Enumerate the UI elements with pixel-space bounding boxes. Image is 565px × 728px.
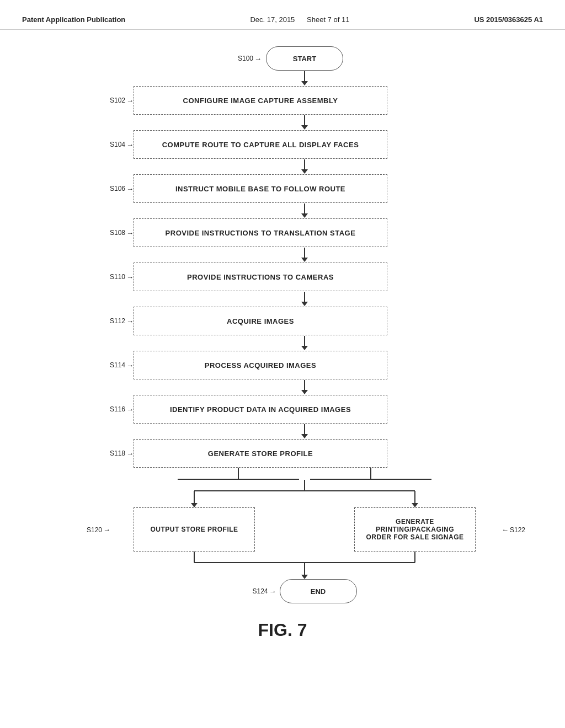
start-label: S100 <box>238 55 253 62</box>
step-row-s112: S112 → ACQUIRE IMAGES <box>89 307 476 335</box>
arrow-s114 <box>178 379 431 395</box>
box-s110: PROVIDE INSTRUCTIONS TO CAMERAS <box>134 263 387 291</box>
step-row-s108: S108 → PROVIDE INSTRUCTIONS TO TRANSLATI… <box>89 218 476 247</box>
step-row-s102: S102 → CONFIGURE IMAGE CAPTURE ASSEMBLY <box>89 86 476 115</box>
step-row-s114: S114 → PROCESS ACQUIRED IMAGES <box>89 351 476 379</box>
label-s120: S120 → <box>87 526 110 534</box>
box-s104: COMPUTE ROUTE TO CAPTURE ALL DISPLAY FAC… <box>134 130 387 159</box>
box-s120: OUTPUT STORE PROFILE <box>134 507 255 552</box>
arrow-s112 <box>178 335 431 351</box>
diagram-area: S100 → START S102 → CONFIGURE IMAGE CAPT… <box>0 30 565 651</box>
svg-marker-3 <box>191 503 198 507</box>
box-s118: GENERATE STORE PROFILE <box>134 439 387 468</box>
box-s102: CONFIGURE IMAGE CAPTURE ASSEMBLY <box>134 86 387 115</box>
split-right-container: S122 ← GENERATE PRINTING/PACKAGING ORDER… <box>354 507 476 552</box>
step-row-s110: S110 → PROVIDE INSTRUCTIONS TO CAMERAS <box>89 263 476 291</box>
box-s108: PROVIDE INSTRUCTIONS TO TRANSLATION STAG… <box>134 218 387 247</box>
end-node: END <box>280 579 357 603</box>
end-row: S124 → END <box>134 579 476 603</box>
label-s104: S104 <box>110 141 125 148</box>
label-s112: S112 <box>110 317 125 325</box>
split-section: S120 → OUTPUT STORE PROFILE S122 ← GENER… <box>134 480 476 603</box>
svg-marker-10 <box>301 575 308 579</box>
page-header: Patent Application Publication Dec. 17, … <box>0 0 565 30</box>
start-node: START <box>266 46 343 71</box>
step-row-s106: S106 → INSTRUCT MOBILE BASE TO FOLLOW RO… <box>89 174 476 203</box>
split-boxes-row: S120 → OUTPUT STORE PROFILE S122 ← GENER… <box>134 507 476 552</box>
label-s106: S106 <box>110 185 125 192</box>
arrow-s106 <box>178 203 431 218</box>
box-s122: GENERATE PRINTING/PACKAGING ORDER FOR SA… <box>354 507 476 552</box>
header-sheet: Sheet 7 of 11 <box>307 15 349 24</box>
step-row-s116: S116 → IDENTIFY PRODUCT DATA IN ACQUIRED… <box>89 395 476 424</box>
label-s102: S102 <box>110 97 125 104</box>
arrow-0 <box>178 71 431 86</box>
merge-svg <box>134 552 476 579</box>
header-publication: Patent Application Publication <box>22 15 125 24</box>
box-s114: PROCESS ACQUIRED IMAGES <box>134 351 387 379</box>
figure-label: FIG. 7 <box>258 620 307 640</box>
box-s106: INSTRUCT MOBILE BASE TO FOLLOW ROUTE <box>134 174 387 203</box>
branch-svg <box>134 480 476 507</box>
label-s114: S114 <box>110 361 125 369</box>
split-left-container: S120 → OUTPUT STORE PROFILE <box>134 507 255 552</box>
step-row-s118: S118 → GENERATE STORE PROFILE <box>89 439 476 468</box>
header-patent-number: US 2015/0363625 A1 <box>474 15 543 24</box>
box-s112: ACQUIRE IMAGES <box>134 307 387 335</box>
svg-marker-5 <box>412 503 418 507</box>
label-s116: S116 <box>110 405 125 413</box>
label-s124: S124 → <box>252 587 276 596</box>
label-s118: S118 <box>110 449 125 457</box>
arrow-s104 <box>178 159 431 174</box>
arrow-s102 <box>178 115 431 130</box>
arrow-s116 <box>178 424 431 439</box>
start-label-arrow: → <box>254 55 262 63</box>
label-s122: S122 ← <box>502 526 525 534</box>
step-row-s104: S104 → COMPUTE ROUTE TO CAPTURE ALL DISP… <box>89 130 476 159</box>
label-s108: S108 <box>110 229 125 237</box>
box-s116: IDENTIFY PRODUCT DATA IN ACQUIRED IMAGES <box>134 395 387 424</box>
header-date: Dec. 17, 2015 <box>250 15 295 24</box>
split-arrows-section <box>111 468 498 480</box>
label-s110: S110 <box>110 273 125 281</box>
header-center: Dec. 17, 2015 Sheet 7 of 11 <box>250 15 349 24</box>
arrow-s108 <box>178 247 431 263</box>
arrow-s110 <box>178 291 431 307</box>
